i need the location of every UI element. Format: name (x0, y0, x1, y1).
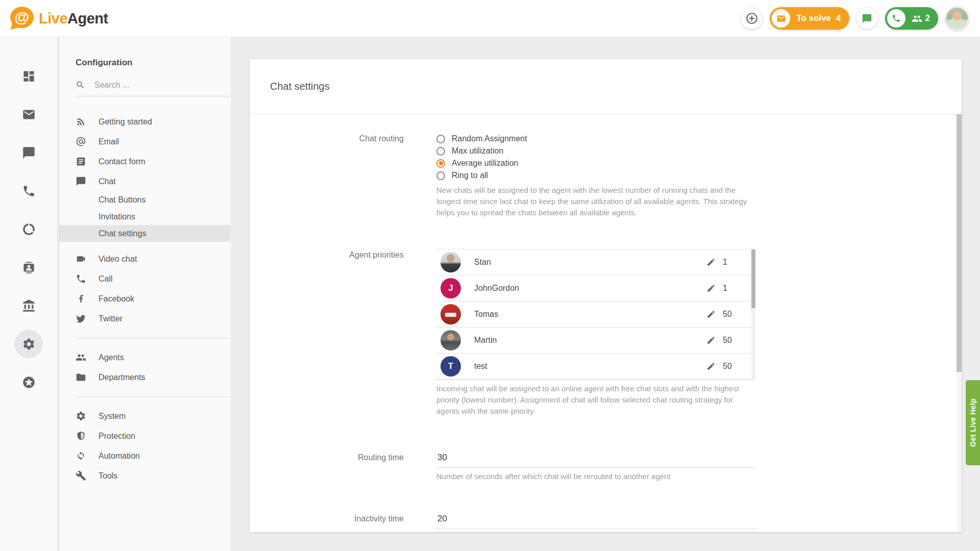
logo-text: LiveAgent (39, 10, 108, 27)
priority-value: 1 (723, 284, 740, 293)
priority-value: 50 (723, 336, 740, 345)
videocam-icon (76, 254, 86, 264)
rail-chats-button[interactable] (14, 138, 43, 167)
radio-max-utilization[interactable]: Max utilization (436, 145, 755, 157)
pencil-icon (706, 310, 716, 319)
radio-average-utilization[interactable]: Average utilization (436, 157, 755, 169)
chat-icon (22, 146, 36, 160)
radio-random-assignment[interactable]: Random Assignment (436, 133, 755, 145)
to-solve-button[interactable]: To solve 4 (770, 7, 849, 30)
sidebar-item-getting-started[interactable]: Getting started (59, 112, 231, 132)
sidebar-item-system[interactable]: System (59, 406, 231, 426)
routing-time-input[interactable] (436, 453, 755, 468)
sidebar-item-chat[interactable]: Chat (59, 171, 231, 191)
sidebar-item-email[interactable]: Email (59, 132, 231, 152)
rail-upgrade-button[interactable] (14, 368, 43, 396)
agent-avatar (440, 330, 461, 350)
call-icon (22, 184, 36, 198)
sidebar-item-protection[interactable]: Protection (59, 426, 231, 446)
divider (76, 396, 231, 397)
rail-company-button[interactable] (14, 291, 43, 320)
sidebar-item-agents[interactable]: Agents (59, 347, 231, 367)
chat-icon (76, 176, 86, 187)
inactivity-time-input[interactable] (436, 514, 755, 529)
radio-ring-to-all[interactable]: Ring to all (436, 169, 755, 182)
radio-checked-icon[interactable] (436, 159, 445, 168)
chats-button[interactable] (856, 8, 878, 29)
add-button[interactable] (741, 8, 763, 29)
agent-priorities-section: Agent priorities Stan 1 J JohnGor (250, 249, 962, 417)
sidebar-item-automation[interactable]: Automation (59, 446, 231, 466)
facebook-icon (76, 293, 86, 304)
routing-time-section: Routing time Number of seconds after whi… (250, 453, 962, 482)
sidebar-item-tools[interactable]: Tools (59, 466, 231, 486)
sidebar-item-facebook[interactable]: Facebook (59, 289, 231, 309)
chat-routing-description: New chats will be assigned to the agent … (436, 185, 750, 218)
sidebar-item-call[interactable]: Call (59, 269, 231, 289)
agent-priority-list: Stan 1 J JohnGordon 1 (436, 249, 755, 380)
edit-priority-button[interactable] (706, 362, 716, 371)
logo-bubble-icon: @ (7, 7, 34, 30)
routing-time-label: Routing time (250, 453, 404, 463)
phone-icon (76, 273, 86, 284)
agent-avatar (440, 252, 461, 272)
priority-value: 50 (723, 310, 740, 319)
rail-tickets-button[interactable] (14, 100, 43, 129)
priority-value: 1 (723, 258, 740, 267)
sidebar-subitem-chat-settings[interactable]: Chat settings (59, 225, 231, 242)
main-scrollbar[interactable] (957, 114, 962, 532)
priority-value: 50 (723, 362, 740, 371)
agent-avatar (440, 304, 461, 324)
folder-icon (76, 372, 86, 383)
gear-icon (76, 411, 86, 421)
reports-icon (22, 222, 36, 236)
icon-rail (0, 37, 58, 551)
radio-icon[interactable] (436, 147, 445, 156)
page-title: Chat settings (270, 81, 330, 92)
sidebar-item-contact-form[interactable]: Contact form (59, 152, 231, 171)
rss-icon (76, 116, 86, 127)
edit-priority-button[interactable] (706, 258, 716, 267)
sidebar-title: Configuration (76, 58, 231, 68)
agent-row: Tomas 50 (436, 302, 755, 328)
rail-reports-button[interactable] (14, 215, 43, 243)
rail-customers-button[interactable] (14, 253, 43, 282)
user-avatar[interactable] (945, 7, 969, 30)
agent-priorities-description: Incoming chat will be assigned to an onl… (436, 383, 750, 417)
divider (76, 338, 231, 338)
dashboard-icon (22, 69, 36, 83)
wrench-icon (76, 470, 86, 481)
edit-priority-button[interactable] (706, 336, 716, 345)
configuration-sidebar: Configuration Getting started Email Cont… (59, 37, 231, 551)
sidebar-item-twitter[interactable]: Twitter (59, 309, 231, 329)
people-icon (912, 13, 922, 24)
sidebar-subitem-chat-buttons[interactable]: Chat Buttons (59, 191, 231, 208)
edit-priority-button[interactable] (706, 310, 716, 319)
twitter-icon (76, 313, 86, 324)
pencil-icon (706, 362, 716, 371)
get-live-help-button[interactable]: Get Live Help (966, 380, 980, 465)
rail-dashboard-button[interactable] (14, 62, 43, 90)
liveagent-logo[interactable]: @ LiveAgent (0, 7, 108, 30)
agent-avatar: T (440, 356, 461, 377)
calls-button[interactable]: 2 (885, 7, 938, 30)
inactivity-time-label: Inactivity time (250, 514, 404, 524)
rail-calls-button[interactable] (14, 177, 43, 205)
search-input[interactable] (94, 81, 212, 90)
rail-settings-button[interactable] (14, 330, 43, 358)
edit-priority-button[interactable] (706, 284, 716, 293)
agent-list-scrollbar[interactable] (751, 249, 755, 380)
scrollbar-thumb[interactable] (957, 114, 962, 372)
sync-icon (76, 450, 86, 461)
radio-icon[interactable] (436, 135, 445, 143)
sidebar-item-departments[interactable]: Departments (59, 367, 231, 387)
agent-avatar: J (440, 278, 461, 298)
sidebar-subitem-invitations[interactable]: Invitations (59, 208, 231, 225)
app-header: @ LiveAgent To solve 4 2 (0, 0, 980, 37)
sidebar-item-video-chat[interactable]: Video chat (59, 249, 231, 269)
inactivity-time-section: Inactivity time Number of minutes after … (250, 514, 962, 532)
sidebar-search (76, 80, 231, 96)
agent-row: Stan 1 (436, 249, 755, 276)
scrollbar-thumb[interactable] (751, 249, 755, 308)
radio-icon[interactable] (436, 171, 445, 180)
